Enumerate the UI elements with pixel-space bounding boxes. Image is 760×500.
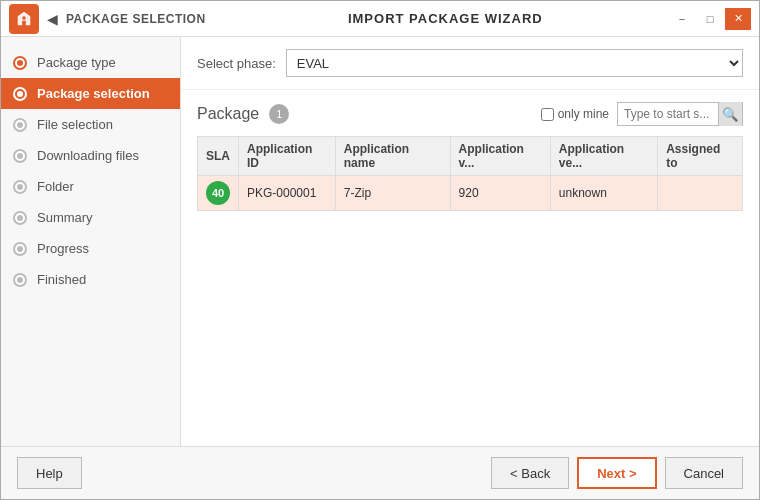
search-box: 🔍 — [617, 102, 743, 126]
sidebar-item-progress[interactable]: Progress — [1, 233, 180, 264]
search-input[interactable] — [618, 105, 718, 123]
minimize-button[interactable]: − — [669, 8, 695, 30]
step-indicator-finished — [13, 273, 27, 287]
table-header-row: SLA Application ID Application name Appl… — [198, 137, 743, 176]
help-button[interactable]: Help — [17, 457, 82, 489]
sidebar-item-file-selection[interactable]: File selection — [1, 109, 180, 140]
app-icon — [9, 4, 39, 34]
cell-app-name: 7-Zip — [335, 176, 450, 211]
sidebar-label-summary: Summary — [37, 210, 93, 225]
content-body: Package 1 only mine 🔍 — [181, 90, 759, 446]
step-indicator-summary — [13, 211, 27, 225]
step-dot-summary — [17, 215, 23, 221]
package-count: 1 — [269, 104, 289, 124]
step-indicator-progress — [13, 242, 27, 256]
cell-sla: 40 — [198, 176, 239, 211]
step-dot-progress — [17, 246, 23, 252]
step-indicator — [13, 56, 27, 70]
footer-left: Help — [17, 457, 483, 489]
title-bar: ◀ PACKAGE SELECTION IMPORT PACKAGE WIZAR… — [1, 1, 759, 37]
next-button[interactable]: Next > — [577, 457, 656, 489]
col-header-assigned-to: Assigned to — [658, 137, 743, 176]
phase-select[interactable]: EVAL — [286, 49, 743, 77]
package-table: SLA Application ID Application name Appl… — [197, 136, 743, 211]
main-area: Package type Package selection File sele… — [1, 37, 759, 446]
sidebar-label-package-type: Package type — [37, 55, 116, 70]
sidebar-label-package-selection: Package selection — [37, 86, 150, 101]
step-dot-folder — [17, 184, 23, 190]
sidebar-label-downloading: Downloading files — [37, 148, 139, 163]
step-dot-finished — [17, 277, 23, 283]
package-header: Package 1 only mine 🔍 — [197, 102, 743, 126]
cell-assigned-to — [658, 176, 743, 211]
table-row[interactable]: 40 PKG-000001 7-Zip 920 unknown — [198, 176, 743, 211]
sidebar-label-finished: Finished — [37, 272, 86, 287]
step-dot-downloading — [17, 153, 23, 159]
svg-point-0 — [22, 16, 26, 20]
section-label: PACKAGE SELECTION — [66, 12, 206, 26]
search-button[interactable]: 🔍 — [718, 102, 742, 126]
main-window: ◀ PACKAGE SELECTION IMPORT PACKAGE WIZAR… — [0, 0, 760, 500]
maximize-button[interactable]: □ — [697, 8, 723, 30]
step-indicator-file — [13, 118, 27, 132]
sla-badge: 40 — [206, 181, 230, 205]
sidebar-item-downloading[interactable]: Downloading files — [1, 140, 180, 171]
package-title: Package — [197, 105, 259, 123]
window-title: IMPORT PACKAGE WIZARD — [222, 11, 669, 26]
cell-app-version: 920 — [450, 176, 550, 211]
sidebar-label-folder: Folder — [37, 179, 74, 194]
only-mine-text: only mine — [558, 107, 609, 121]
cell-app-ver2: unknown — [550, 176, 657, 211]
step-indicator-downloading — [13, 149, 27, 163]
col-header-app-id: Application ID — [239, 137, 336, 176]
only-mine-checkbox[interactable] — [541, 108, 554, 121]
back-button[interactable]: < Back — [491, 457, 569, 489]
sidebar-item-package-selection[interactable]: Package selection — [1, 78, 180, 109]
sidebar-item-finished[interactable]: Finished — [1, 264, 180, 295]
close-button[interactable]: ✕ — [725, 8, 751, 30]
step-indicator-folder — [13, 180, 27, 194]
footer: Help < Back Next > Cancel — [1, 446, 759, 499]
package-controls: only mine 🔍 — [541, 102, 743, 126]
sidebar-label-progress: Progress — [37, 241, 89, 256]
window-controls: − □ ✕ — [669, 8, 751, 30]
col-header-app-version: Application v... — [450, 137, 550, 176]
content-header: Select phase: EVAL — [181, 37, 759, 90]
content-area: Select phase: EVAL Package 1 only mine — [181, 37, 759, 446]
sidebar: Package type Package selection File sele… — [1, 37, 181, 446]
back-arrow-icon[interactable]: ◀ — [47, 11, 58, 27]
col-header-app-ver2: Application ve... — [550, 137, 657, 176]
sidebar-item-package-type[interactable]: Package type — [1, 47, 180, 78]
select-phase-label: Select phase: — [197, 56, 276, 71]
sidebar-item-folder[interactable]: Folder — [1, 171, 180, 202]
cancel-button[interactable]: Cancel — [665, 457, 743, 489]
sidebar-label-file-selection: File selection — [37, 117, 113, 132]
step-dot — [17, 60, 23, 66]
only-mine-label[interactable]: only mine — [541, 107, 609, 121]
step-dot-file — [17, 122, 23, 128]
step-active-dot — [17, 91, 23, 97]
sidebar-item-summary[interactable]: Summary — [1, 202, 180, 233]
col-header-app-name: Application name — [335, 137, 450, 176]
cell-app-id: PKG-000001 — [239, 176, 336, 211]
step-indicator-active — [13, 87, 27, 101]
col-header-sla: SLA — [198, 137, 239, 176]
